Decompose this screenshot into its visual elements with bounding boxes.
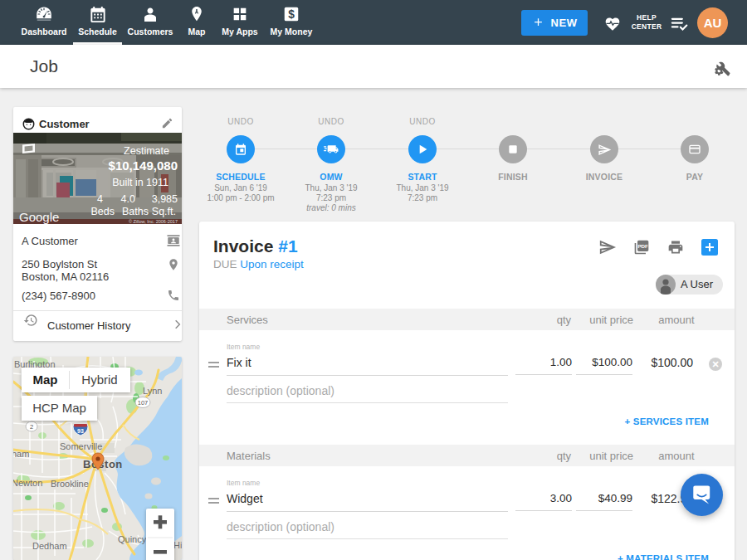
svg-text:$: $ (288, 8, 295, 21)
svg-text:Baths: Baths (122, 206, 149, 217)
svg-text:PDF: PDF (637, 243, 648, 249)
svg-text:ham: ham (13, 449, 29, 459)
svg-text:Brookline: Brookline (51, 479, 89, 489)
svg-text:Lynn: Lynn (143, 386, 162, 396)
svg-text:$10,149,080: $10,149,080 (109, 158, 178, 173)
svg-text:3,985: 3,985 (152, 193, 178, 205)
svg-text:Zestimate: Zestimate (124, 145, 169, 157)
svg-text:93: 93 (77, 428, 84, 434)
svg-text:4.0: 4.0 (121, 193, 135, 205)
svg-text:Built in 1911: Built in 1911 (112, 177, 168, 188)
svg-text:Beds: Beds (91, 206, 115, 217)
svg-text:Dedham: Dedham (32, 541, 67, 551)
svg-text:Hi: Hi (173, 540, 182, 550)
svg-text:© Zillow, Inc. 2006-2017: © Zillow, Inc. 2006-2017 (129, 219, 178, 224)
svg-text:4: 4 (97, 193, 103, 205)
svg-text:Newton: Newton (13, 478, 42, 488)
svg-text:107: 107 (138, 399, 149, 407)
svg-text:Quincy: Quincy (118, 534, 147, 544)
svg-text:2: 2 (30, 423, 33, 431)
svg-text:Sq.ft.: Sq.ft. (152, 206, 176, 217)
svg-text:Google: Google (19, 210, 59, 224)
svg-text:Somerville: Somerville (60, 441, 102, 451)
